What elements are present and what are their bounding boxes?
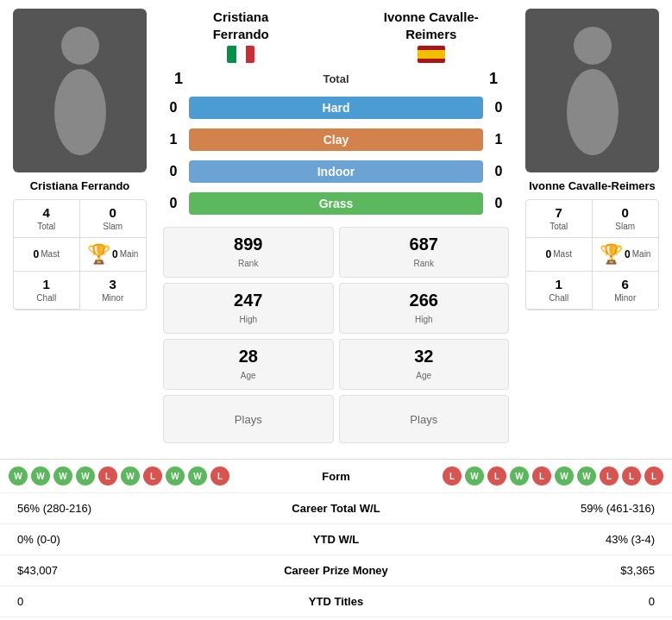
form-badge-w: W	[510, 467, 529, 485]
svg-point-2	[574, 27, 612, 65]
total-label: Total	[189, 72, 483, 85]
right-trophy-icon: 🏆	[600, 243, 623, 266]
left-plays-box: Plays	[163, 395, 334, 443]
prize-label: Career Prize Money	[250, 564, 423, 577]
ytd-wl-row: 0% (0-0) YTD W/L 43% (3-4)	[0, 524, 672, 555]
right-plays-box: Plays	[339, 395, 510, 443]
left-rank-lbl: Rank	[238, 259, 258, 268]
right-main-value: 0	[625, 248, 631, 260]
form-badge-w: W	[9, 467, 28, 485]
form-badge-w: W	[53, 467, 72, 485]
right-total-cell: 7 Total	[526, 200, 593, 238]
career-wl-label: Career Total W/L	[250, 502, 423, 515]
left-silhouette	[46, 22, 115, 160]
left-main-value: 0	[112, 248, 118, 260]
right-rank-box: 687 Rank	[339, 227, 510, 278]
right-minor-cell: 6 Minor	[593, 272, 659, 310]
form-label: Form	[276, 470, 397, 483]
left-player-block: Cristiana Ferrando 4 Total 0 Slam 0 Mast…	[0, 9, 160, 443]
right-mast-cell: 0 Mast	[526, 238, 593, 272]
form-badge-w: W	[188, 467, 207, 485]
right-inline-stats: 687 Rank 266 High 32 Age Plays	[339, 227, 510, 443]
form-badge-l: L	[210, 467, 229, 485]
career-wl-row: 56% (280-216) Career Total W/L 59% (461-…	[0, 493, 672, 524]
it-flag	[227, 46, 254, 63]
indoor-left-score: 0	[163, 164, 184, 179]
right-slam-label: Slam	[615, 222, 635, 231]
form-badge-l: L	[532, 467, 551, 485]
total-score-row: 1 Total 1	[163, 70, 509, 88]
left-plays-lbl: Plays	[235, 413, 262, 426]
right-minor-value: 6	[596, 277, 656, 291]
left-mast-value: 0	[34, 248, 40, 260]
form-badge-w: W	[465, 467, 484, 485]
right-main-label: Main	[632, 249, 651, 259]
right-career-wl: 59% (461-316)	[423, 502, 656, 515]
right-chall-value: 1	[530, 277, 588, 291]
left-ytd-wl: 0% (0-0)	[17, 533, 250, 546]
left-high-val: 247	[167, 291, 330, 310]
form-badge-w: W	[31, 467, 50, 485]
svg-point-3	[567, 69, 619, 155]
flag-white	[236, 46, 246, 63]
indoor-right-score: 0	[488, 164, 509, 179]
total-left-score: 1	[168, 70, 189, 88]
left-flag	[227, 46, 254, 66]
left-stats-grid: 4 Total 0 Slam 0 Mast 🏆 0 Main 1	[13, 199, 147, 310]
form-badge-l: L	[644, 467, 663, 485]
left-player-photo	[13, 9, 147, 172]
es-flag	[418, 46, 445, 63]
clay-button[interactable]: Clay	[189, 128, 483, 151]
left-form: WWWWLWLWWL	[9, 467, 276, 485]
left-main-label: Main	[120, 249, 139, 259]
right-chall-cell: 1 Chall	[526, 272, 593, 310]
form-badge-l: L	[98, 467, 117, 485]
form-badge-w: W	[166, 467, 185, 485]
indoor-button[interactable]: Indoor	[189, 160, 483, 183]
form-badge-w: W	[577, 467, 596, 485]
total-right-score: 1	[483, 70, 504, 88]
grass-button[interactable]: Grass	[189, 192, 483, 215]
hard-button[interactable]: Hard	[189, 97, 483, 119]
right-mast-label: Mast	[553, 249, 572, 259]
left-minor-label: Minor	[102, 293, 123, 303]
left-inline-stats: 899 Rank 247 High 28 Age Plays	[163, 227, 334, 443]
left-rank-val: 899	[167, 235, 330, 254]
left-titles: 0	[17, 595, 250, 608]
right-form: LWLWLWWLLL	[397, 467, 664, 485]
left-high-lbl: High	[239, 315, 257, 324]
flag-red	[246, 46, 255, 63]
main-container: Cristiana Ferrando 4 Total 0 Slam 0 Mast…	[0, 0, 672, 617]
surface-row-hard: 0 Hard 0	[163, 97, 509, 119]
flag-es-bot	[418, 59, 445, 63]
hard-left-score: 0	[163, 100, 184, 116]
titles-row: 0 YTD Titles 0	[0, 586, 672, 617]
clay-left-score: 1	[163, 132, 184, 147]
right-age-val: 32	[343, 347, 506, 366]
prize-row: $43,007 Career Prize Money $3,365	[0, 555, 672, 586]
left-chall-value: 1	[17, 277, 76, 291]
surface-section: 0 Hard 0 1 Clay 1 0 Indoor 0 0 Grass	[163, 97, 509, 220]
right-trophy-cell: 🏆 0 Main	[593, 238, 659, 272]
left-prize: $43,007	[17, 564, 250, 577]
right-prize: $3,365	[423, 564, 656, 577]
right-player-photo	[525, 9, 659, 172]
clay-right-score: 1	[488, 132, 509, 147]
left-total-cell: 4 Total	[14, 200, 80, 238]
right-minor-label: Minor	[614, 293, 636, 303]
right-ytd-wl: 43% (3-4)	[423, 533, 656, 546]
left-trophy-icon: 🏆	[87, 243, 110, 266]
right-slam-cell: 0 Slam	[593, 200, 659, 238]
right-mast-value: 0	[546, 248, 552, 260]
left-age-box: 28 Age	[163, 339, 334, 390]
right-high-box: 266 High	[339, 283, 510, 334]
left-chall-cell: 1 Chall	[14, 272, 80, 310]
left-slam-cell: 0 Slam	[80, 200, 147, 238]
right-stats-grid: 7 Total 0 Slam 0 Mast 🏆 0 Main 1	[525, 199, 659, 310]
left-minor-cell: 3 Minor	[80, 272, 147, 310]
surface-row-clay: 1 Clay 1	[163, 128, 509, 151]
left-name-flag: Cristiana Ferrando	[163, 9, 318, 66]
form-badge-l: L	[487, 467, 506, 485]
left-mast-cell: 0 Mast	[14, 238, 80, 272]
right-rank-val: 687	[343, 235, 506, 254]
